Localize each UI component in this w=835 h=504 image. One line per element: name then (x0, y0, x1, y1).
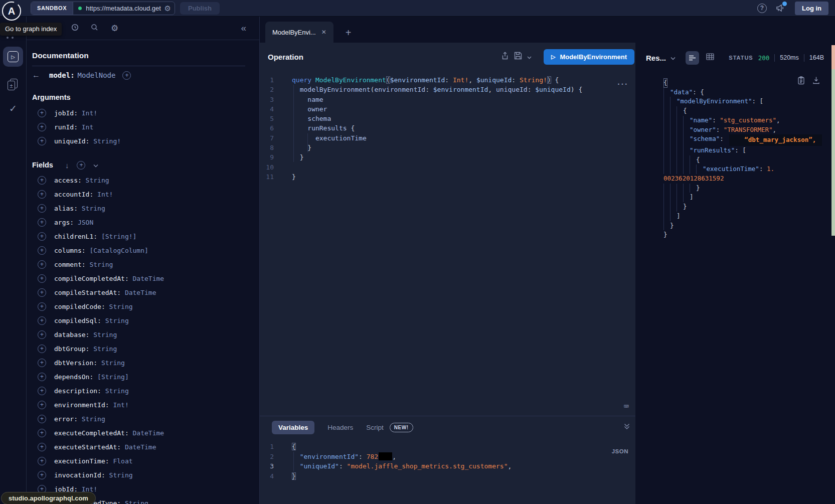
help-icon[interactable]: ? (757, 4, 767, 13)
close-tab-icon[interactable]: ✕ (321, 29, 326, 36)
code-line[interactable]: 7 executionTime (260, 133, 635, 143)
response-chevron-icon[interactable] (671, 53, 676, 62)
field-type[interactable]: String (121, 499, 148, 504)
field-type[interactable]: String (78, 205, 105, 212)
field-type[interactable]: String (89, 331, 117, 339)
field-type[interactable]: Int (78, 123, 93, 131)
connection-settings-gear-icon[interactable]: ⚙ (163, 5, 175, 12)
field-type[interactable]: DateTime (129, 275, 164, 282)
field-type[interactable]: Int! (78, 109, 97, 117)
code-line[interactable]: 4} (260, 471, 635, 481)
field-name[interactable]: uniqueId: (54, 137, 89, 145)
publish-button[interactable]: Publish (180, 2, 220, 15)
sidebar-item-checks[interactable]: ✓ (9, 103, 17, 114)
collapse-panel-icon[interactable]: « (241, 23, 259, 34)
code-line[interactable]: 5 schema (260, 114, 635, 123)
variables-editor[interactable]: 1{2 "environmentId": 782,3 "uniqueId": "… (260, 438, 635, 481)
code-line[interactable]: 6 runResults { (260, 123, 635, 133)
field-name[interactable]: environmentId: (54, 401, 109, 409)
page-scrollbar[interactable] (831, 45, 835, 236)
field-name[interactable]: executeStartedAt: (54, 443, 121, 451)
download-response-icon[interactable] (812, 76, 820, 86)
tab-variables[interactable]: Variables (272, 421, 314, 434)
keyboard-shortcuts-icon[interactable]: ⌨ (624, 401, 629, 411)
field-name[interactable]: runId: (54, 123, 78, 131)
field-type[interactable]: JSON (74, 219, 93, 226)
share-icon[interactable] (501, 52, 509, 62)
add-field-button[interactable]: + (38, 387, 46, 395)
field-type[interactable]: String (101, 387, 129, 395)
history-icon[interactable] (71, 23, 79, 34)
field-name[interactable]: compiledCode: (54, 303, 105, 310)
sidebar-item-schema-diff[interactable]: ± (8, 79, 19, 91)
field-name[interactable]: dependsOn: (54, 373, 93, 381)
field-type[interactable]: String (101, 317, 129, 324)
add-field-button[interactable]: + (38, 330, 46, 339)
chevron-down-icon[interactable] (93, 160, 98, 170)
field-name[interactable]: args: (54, 219, 74, 226)
code-line[interactable]: 4 owner (260, 104, 635, 114)
add-all-fields-button[interactable]: + (77, 161, 85, 170)
response-json-view[interactable]: {"data": {"modelByEnvironment": [{"name"… (635, 70, 835, 504)
field-name[interactable]: compileStartedAt: (54, 289, 121, 296)
code-line[interactable]: 10 (260, 162, 635, 172)
add-field-button[interactable]: + (38, 373, 46, 381)
field-name[interactable]: invocationId: (54, 471, 105, 479)
run-operation-button[interactable]: ▷ ModelByEnvironment (544, 49, 634, 65)
add-field-button[interactable]: + (38, 246, 46, 255)
field-name[interactable]: childrenL1: (54, 233, 97, 240)
copy-response-icon[interactable] (797, 76, 805, 86)
endpoint-url-input[interactable]: https://metadata.cloud.get (86, 5, 163, 12)
add-field-button[interactable]: + (38, 288, 46, 297)
field-name[interactable]: compiledSql: (54, 317, 101, 324)
field-name[interactable]: columns: (54, 247, 86, 254)
code-line[interactable]: 3 name (260, 95, 635, 104)
field-name[interactable]: comment: (54, 261, 86, 268)
add-field-button[interactable]: + (38, 218, 46, 227)
field-name[interactable]: database: (54, 331, 89, 339)
field-type[interactable]: [CatalogColumn] (86, 247, 148, 254)
field-type[interactable]: String (105, 303, 133, 310)
add-field-button[interactable]: + (122, 71, 131, 80)
field-name[interactable]: accountId: (54, 191, 93, 198)
collapse-variables-icon[interactable] (623, 423, 635, 432)
settings-gear-icon[interactable]: ⚙ (110, 24, 122, 33)
field-name[interactable]: dbtGroup: (54, 345, 89, 353)
add-field-button[interactable]: + (38, 204, 46, 213)
field-type[interactable]: String (105, 471, 133, 479)
code-line[interactable]: 2 "environmentId": 782, (260, 452, 635, 462)
tab-script[interactable]: Script (366, 424, 384, 431)
field-type[interactable]: [String!] (97, 233, 136, 240)
field-type[interactable]: DateTime (121, 443, 156, 451)
sidebar-item-explorer[interactable]: ▷ (3, 47, 23, 67)
endpoint-url-box[interactable]: SANDBOX https://metadata.cloud.get ⚙ (31, 2, 175, 15)
field-name[interactable]: alias: (54, 205, 78, 212)
add-field-button[interactable]: + (38, 232, 46, 241)
table-view-toggle[interactable] (706, 53, 714, 62)
add-field-button[interactable]: + (38, 316, 46, 325)
field-name[interactable]: jobId: (54, 109, 78, 117)
add-field-button[interactable]: + (38, 443, 46, 451)
new-tab-button[interactable]: + (346, 27, 352, 43)
field-type[interactable]: Int! (109, 401, 129, 409)
field-type[interactable]: String (78, 415, 105, 423)
add-field-button[interactable]: + (38, 260, 46, 269)
add-field-button[interactable]: + (38, 457, 46, 465)
save-icon[interactable] (514, 52, 522, 62)
code-line[interactable]: 3 "uniqueId": "model.jaffle_shop_metrics… (260, 461, 635, 471)
field-type[interactable]: Float (109, 457, 133, 465)
graph-index-grid-icon[interactable] (7, 37, 14, 39)
field-name[interactable]: executeCompletedAt: (54, 429, 129, 437)
code-line[interactable]: 1query ModelByEnvironment($environmentId… (260, 75, 635, 85)
back-arrow-icon[interactable]: ← (32, 71, 49, 80)
add-field-button[interactable]: + (38, 471, 46, 479)
add-field-button[interactable]: + (38, 415, 46, 423)
login-button[interactable]: Log in (795, 2, 828, 15)
add-field-button[interactable]: + (38, 190, 46, 199)
field-type[interactable]: String (97, 359, 125, 367)
field-type[interactable]: String (89, 345, 117, 353)
query-editor[interactable]: 1query ModelByEnvironment($environmentId… (260, 71, 635, 416)
field-type[interactable]: Int! (93, 191, 113, 198)
code-line[interactable]: 2 modelByEnvironment(environmentId: $env… (260, 85, 635, 94)
apollo-logo[interactable]: A (2, 2, 21, 21)
